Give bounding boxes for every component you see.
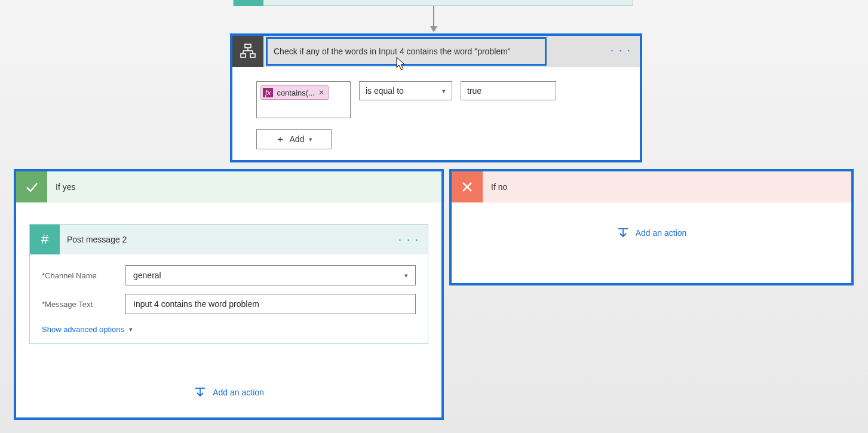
slack-icon: # — [30, 225, 60, 254]
operator-value: is equal to — [366, 86, 404, 96]
if-no-branch: If no Add an action — [449, 169, 854, 285]
channel-name-value: general — [133, 271, 161, 280]
post-message-2-card: # Post message 2 · · · *Channel Name gen… — [29, 224, 428, 344]
message-text-value: Input 4 contains the word problem — [133, 299, 259, 309]
flow-connector-arrow — [433, 6, 434, 31]
svg-rect-6 — [250, 54, 255, 57]
slack-icon: # — [234, 0, 263, 6]
add-label: Add — [290, 134, 305, 144]
condition-operator-select[interactable]: is equal to ▾ — [359, 81, 452, 100]
condition-icon — [232, 36, 263, 67]
plus-icon: ＋ — [275, 133, 285, 146]
post-message-2-title: Post message 2 — [67, 235, 127, 244]
value-text: true — [467, 86, 481, 96]
chevron-down-icon: ▾ — [404, 272, 408, 280]
if-no-header[interactable]: If no — [452, 171, 851, 202]
svg-rect-0 — [245, 44, 251, 48]
expression-text: contains(... — [277, 88, 315, 97]
condition-card: Check if any of the words in Input 4 con… — [230, 33, 642, 162]
expression-chip[interactable]: fx contains(... ✕ — [260, 85, 329, 100]
condition-title: Check if any of the words in Input 4 con… — [274, 47, 511, 56]
condition-body: fx contains(... ✕ is equal to ▾ true ＋ A… — [232, 67, 640, 160]
condition-header[interactable]: Check if any of the words in Input 4 con… — [232, 36, 640, 67]
chevron-down-icon: ▾ — [129, 325, 133, 333]
advanced-label: Show advanced options — [42, 325, 124, 334]
add-condition-button[interactable]: ＋ Add ▾ — [256, 129, 332, 149]
chevron-down-icon: ▾ — [309, 136, 312, 143]
chevron-down-icon: ▾ — [442, 87, 446, 95]
post-message-2-header[interactable]: # Post message 2 · · · — [30, 225, 428, 254]
condition-value-input[interactable]: true — [461, 81, 556, 100]
message-text-label: *Message Text — [42, 300, 125, 309]
if-no-title: If no — [491, 182, 507, 192]
post-message-action[interactable]: # Post message — [233, 0, 633, 6]
show-advanced-options-link[interactable]: Show advanced options ▾ — [42, 325, 133, 334]
expression-remove-icon[interactable]: ✕ — [318, 88, 324, 97]
add-action-label: Add an action — [213, 388, 264, 397]
check-icon — [16, 171, 47, 202]
condition-title-edit[interactable]: Check if any of the words in Input 4 con… — [266, 37, 547, 66]
svg-rect-5 — [241, 54, 246, 57]
if-yes-header[interactable]: If yes — [16, 171, 441, 202]
add-action-label: Add an action — [636, 228, 687, 238]
condition-left-input[interactable]: fx contains(... ✕ — [256, 81, 351, 118]
channel-name-label: *Channel Name — [42, 271, 125, 280]
add-action-icon — [617, 226, 630, 239]
message-text-input[interactable]: Input 4 contains the word problem — [125, 294, 416, 314]
if-yes-branch: If yes # Post message 2 · · · *Channel N… — [14, 169, 444, 420]
post-message-2-menu-button[interactable]: · · · — [398, 234, 419, 246]
if-yes-add-action-button[interactable]: Add an action — [16, 386, 441, 399]
fx-icon: fx — [263, 88, 273, 97]
if-no-add-action-button[interactable]: Add an action — [452, 226, 851, 239]
if-yes-title: If yes — [56, 182, 75, 192]
x-icon — [452, 171, 483, 202]
condition-menu-button[interactable]: · · · — [611, 44, 631, 57]
channel-name-select[interactable]: general ▾ — [125, 265, 416, 285]
add-action-icon — [194, 386, 207, 399]
